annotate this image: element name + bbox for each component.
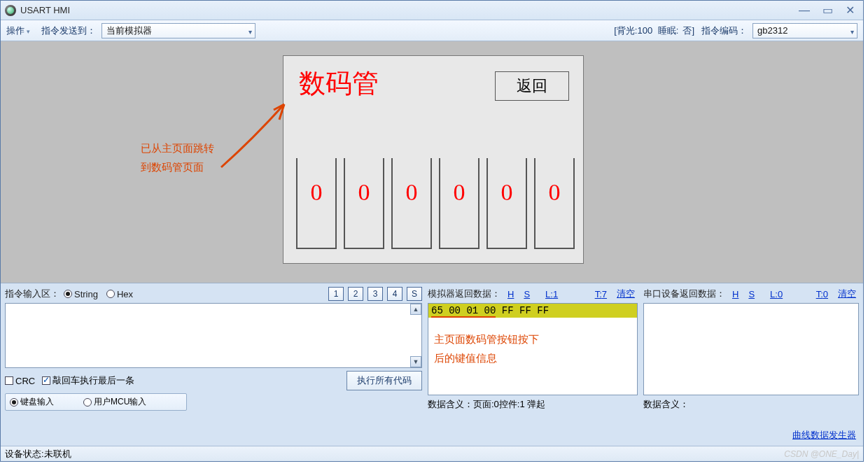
enter-last-checkbox[interactable]: 敲回车执行最后一条 (42, 374, 134, 387)
serial-return-h[interactable]: H (732, 289, 738, 299)
radio-hex[interactable]: Hex (106, 289, 133, 299)
scroll-down-icon[interactable]: ▼ (410, 356, 421, 367)
window: USART HMI — ▭ ✕ 操作 指令发送到： 当前模拟器 [背光:100 … (0, 0, 864, 462)
input-area-label: 指令输入区： (5, 288, 59, 300)
statusbar: 设备状态:未联机 (1, 446, 863, 461)
digit-3: 0 (439, 158, 479, 249)
crc-checkbox[interactable]: CRC (5, 376, 35, 386)
minimize-button[interactable]: — (799, 4, 810, 17)
sim-return-s[interactable]: S (524, 289, 530, 299)
send-to-dropdown[interactable]: 当前模拟器 (102, 23, 255, 38)
encode-dropdown[interactable]: gb2312 (752, 23, 858, 38)
sim-return-h[interactable]: H (507, 289, 514, 299)
preset-3[interactable]: 3 (368, 287, 383, 301)
input-mode-group: 键盘输入 用户MCU输入 (5, 393, 187, 411)
encode-value: gb2312 (757, 25, 788, 36)
list-item[interactable]: 65 00 01 00 FF FF FF (428, 304, 637, 318)
serial-return-panel: 串口设备返回数据： H S L:0 T:0 清空 数据含义： (643, 286, 859, 411)
digit-4: 0 (486, 158, 527, 249)
close-button[interactable]: ✕ (846, 3, 855, 17)
toolbar: 操作 指令发送到： 当前模拟器 [背光:100 睡眠:否] 指令编码： gb23… (1, 20, 863, 41)
back-button[interactable]: 返回 (495, 71, 569, 101)
annotation-keyvalue: 主页面数码管按钮按下 后的键值信息 (434, 330, 539, 368)
lower-panels: 指令输入区： String Hex 1 2 3 4 S ▲ ▼ (1, 283, 863, 411)
toolbar-status: [背光:100 睡眠:否] (614, 24, 694, 37)
sim-return-l[interactable]: L:1 (545, 289, 558, 299)
maximize-button[interactable]: ▭ (822, 3, 833, 17)
digit-5: 0 (534, 158, 575, 249)
sim-return-panel: 模拟器返回数据： H S L:1 T:7 清空 65 00 01 00 FF F… (428, 286, 638, 411)
serial-return-s[interactable]: S (748, 289, 755, 299)
sim-return-clear[interactable]: 清空 (617, 288, 635, 300)
screen-title: 数码管 (299, 66, 379, 101)
curve-generator-link[interactable]: 曲线数据发生器 (792, 429, 856, 442)
sim-meaning: 数据含义：页面:0控件:1 弹起 (428, 398, 638, 411)
titlebar: USART HMI — ▭ ✕ (1, 1, 863, 20)
window-buttons: — ▭ ✕ (799, 3, 859, 17)
serial-meaning: 数据含义： (643, 398, 859, 411)
radio-mcu[interactable]: 用户MCU输入 (83, 396, 146, 408)
digit-row: 0 0 0 0 0 0 (296, 158, 575, 249)
sim-return-t[interactable]: T:7 (595, 289, 607, 299)
serial-return-l[interactable]: L:0 (770, 289, 783, 299)
execute-all-button[interactable]: 执行所有代码 (346, 371, 422, 390)
radio-string[interactable]: String (64, 289, 98, 299)
digit-2: 0 (391, 158, 432, 249)
simulator-canvas: 数码管 返回 0 0 0 0 0 0 已从主页面跳转 到数码管页面 (1, 41, 863, 283)
simulator-screen: 数码管 返回 0 0 0 0 0 0 (283, 55, 584, 264)
scroll-up-icon[interactable]: ▲ (410, 304, 421, 315)
radio-keyboard[interactable]: 键盘输入 (10, 396, 54, 408)
command-textarea[interactable]: ▲ ▼ (5, 303, 422, 368)
serial-return-clear[interactable]: 清空 (838, 288, 856, 300)
menu-operate[interactable]: 操作 (6, 24, 30, 37)
send-to-value: 当前模拟器 (106, 25, 152, 36)
digit-0: 0 (296, 158, 337, 249)
send-to-label: 指令发送到： (41, 24, 96, 37)
preset-2[interactable]: 2 (348, 287, 363, 301)
encode-label: 指令编码： (701, 24, 747, 37)
annotation-jumped: 已从主页面跳转 到数码管页面 (141, 139, 214, 177)
sim-return-list[interactable]: 65 00 01 00 FF FF FF 主页面数码管按钮按下 后的键值信息 (428, 303, 638, 395)
serial-return-t[interactable]: T:0 (816, 289, 828, 299)
preset-1[interactable]: 1 (328, 287, 344, 301)
app-title: USART HMI (20, 5, 70, 15)
serial-return-list[interactable] (643, 303, 859, 395)
app-icon (5, 5, 16, 16)
serial-return-label: 串口设备返回数据： (643, 288, 725, 300)
command-input-panel: 指令输入区： String Hex 1 2 3 4 S ▲ ▼ (5, 286, 422, 411)
watermark: CSDN @ONE_Day| (784, 449, 859, 459)
preset-4[interactable]: 4 (387, 287, 402, 301)
digit-1: 0 (344, 158, 384, 249)
sim-return-label: 模拟器返回数据： (428, 288, 500, 300)
preset-s[interactable]: S (407, 287, 422, 301)
